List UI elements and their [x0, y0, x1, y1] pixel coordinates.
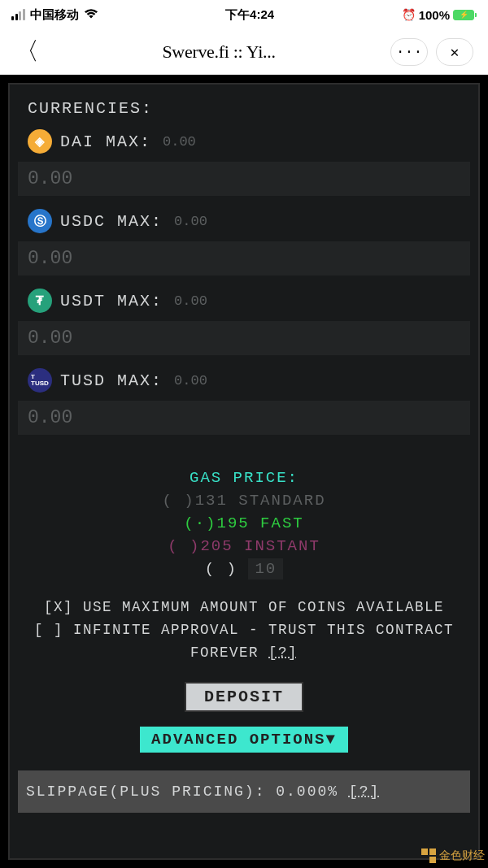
battery-percent: 100% — [419, 8, 450, 22]
tusd-amount-input[interactable] — [18, 401, 470, 435]
gas-option-instant[interactable]: ( )205 INSTANT — [13, 537, 475, 555]
usdc-amount-input[interactable] — [18, 241, 470, 276]
gas-option-custom[interactable]: ( ) 10 — [13, 560, 475, 578]
watermark: 金色财经 — [421, 848, 485, 863]
dai-amount-input[interactable] — [18, 162, 470, 196]
advanced-options-button[interactable]: ADVANCED OPTIONS▼ — [140, 727, 348, 753]
help-icon[interactable]: [?] — [349, 783, 380, 800]
alarm-icon: ⏰ — [402, 8, 416, 21]
status-time: 下午4:24 — [225, 7, 274, 23]
usdt-amount-input[interactable] — [18, 321, 470, 355]
close-button[interactable]: ✕ — [436, 38, 473, 66]
checkbox-infinite-approval[interactable]: [ ] INFINITE APPROVAL - TRUST THIS CONTR… — [18, 618, 470, 664]
dai-icon: ◈ — [28, 129, 52, 154]
more-button[interactable]: ··· — [390, 38, 428, 66]
currency-label[interactable]: USDT MAX: — [60, 292, 163, 310]
checkbox-use-max[interactable]: [X] USE MAXIMUM AMOUNT OF COINS AVAILABL… — [18, 596, 470, 618]
watermark-logo-icon — [421, 848, 436, 863]
main-panel: CURRENCIES: ◈ DAI MAX: 0.00 Ⓢ USDC MAX: … — [8, 83, 480, 860]
deposit-button[interactable]: DEPOSIT — [185, 682, 303, 712]
currency-row-usdt: ₮ USDT MAX: 0.00 — [13, 287, 475, 321]
currency-row-dai: ◈ DAI MAX: 0.00 — [13, 128, 475, 162]
slippage-info: SLIPPAGE(PLUS PRICING): 0.000% [?] — [18, 770, 470, 813]
wifi-icon — [84, 8, 98, 22]
currency-max: 0.00 — [174, 214, 207, 229]
usdc-icon: Ⓢ — [28, 209, 52, 233]
usdt-icon: ₮ — [28, 289, 52, 313]
gas-option-standard[interactable]: ( )131 STANDARD — [13, 492, 475, 510]
back-button[interactable]: 〈 — [15, 35, 47, 68]
signal-icon — [11, 9, 25, 20]
gas-option-fast[interactable]: (·)195 FAST — [13, 514, 475, 532]
help-icon[interactable]: [?] — [268, 644, 298, 661]
battery-icon — [453, 10, 477, 20]
currency-row-usdc: Ⓢ USDC MAX: 0.00 — [13, 207, 475, 241]
nav-bar: 〈 Swerve.fi :: Yi... ··· ✕ — [0, 29, 488, 75]
currency-label[interactable]: DAI MAX: — [60, 132, 151, 151]
currency-row-tusd: TTUSD TUSD MAX: 0.00 — [13, 367, 475, 401]
currency-label[interactable]: USDC MAX: — [60, 212, 163, 231]
currency-max: 0.00 — [163, 134, 196, 150]
gas-heading: GAS PRICE: — [13, 469, 475, 487]
currency-label[interactable]: TUSD MAX: — [60, 371, 163, 390]
status-bar: 中国移动 下午4:24 ⏰ 100% — [0, 0, 488, 29]
currencies-heading: CURRENCIES: — [28, 99, 475, 118]
carrier-label: 中国移动 — [30, 7, 79, 23]
tusd-icon: TTUSD — [28, 368, 52, 393]
currency-max: 0.00 — [174, 293, 207, 309]
currency-max: 0.00 — [174, 373, 207, 388]
page-title: Swerve.fi :: Yi... — [47, 41, 390, 63]
